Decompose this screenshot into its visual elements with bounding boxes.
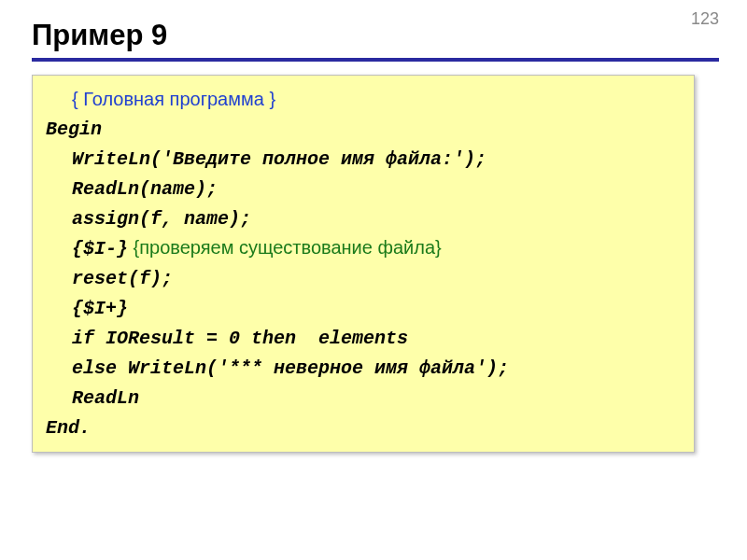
code-line: ReadLn bbox=[72, 387, 139, 409]
slide-title: Пример 9 bbox=[32, 19, 719, 52]
code-line: Begin bbox=[46, 119, 102, 140]
code-line: End. bbox=[46, 417, 91, 439]
title-underline bbox=[32, 58, 719, 62]
code-line: WriteLn('Введите полное имя файла:'); bbox=[72, 148, 486, 170]
code-comment-green: {проверяем существование файла} bbox=[134, 237, 442, 258]
code-line: ReadLn(name); bbox=[72, 178, 218, 200]
code-line: {$I+} bbox=[72, 298, 128, 319]
slide: 123 Пример 9 { Головная программа } Begi… bbox=[0, 0, 747, 560]
code-line: reset(f); bbox=[72, 268, 173, 289]
code-line: else WriteLn('*** неверное имя файла'); bbox=[72, 357, 509, 379]
code-line: if IOResult = 0 then elements bbox=[72, 328, 408, 349]
code-comment-blue: { Головная программа } bbox=[72, 89, 275, 109]
code-line: assign(f, name); bbox=[72, 208, 251, 230]
code-box: { Головная программа } Begin WriteLn('Вв… bbox=[32, 75, 695, 453]
code-line: {$I-} bbox=[72, 238, 128, 259]
page-number: 123 bbox=[691, 9, 719, 29]
